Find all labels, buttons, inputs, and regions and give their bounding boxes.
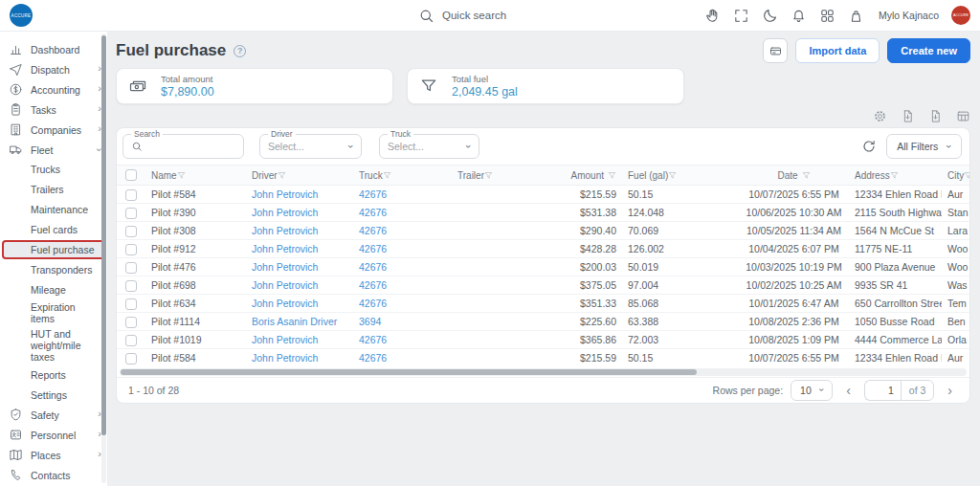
row-checkbox[interactable] [125,280,137,292]
previous-page-button[interactable]: ‹ [840,384,857,397]
truck-link[interactable]: 42676 [359,352,387,364]
truck-link[interactable]: 42676 [359,207,387,218]
table-row[interactable]: Pilot #390John Petrovich42676$531.38124.… [117,204,969,222]
next-page-button[interactable]: › [942,384,958,397]
filter-icon[interactable] [964,171,969,180]
column-header-truck[interactable]: Truck [353,166,452,186]
truck-link[interactable]: 42676 [359,243,387,254]
row-checkbox[interactable] [125,262,137,274]
avatar[interactable]: ACCURE [951,6,970,25]
bag-icon[interactable] [848,8,864,24]
row-checkbox[interactable] [125,208,137,219]
driver-link[interactable]: John Petrovich [252,261,318,273]
column-header-amount[interactable]: Amount [559,166,622,186]
apps-icon[interactable] [819,8,835,24]
sidebar-item-fleet[interactable]: Fleet› [0,140,107,160]
column-header-date[interactable]: Date [739,166,849,186]
row-checkbox[interactable] [125,244,137,255]
driver-link[interactable]: Boris Asanin Driver [252,316,337,327]
sidebar-item-transponders[interactable]: Transponders [0,259,107,279]
truck-select[interactable]: Truck Select... › [379,134,479,159]
sidebar-item-settings[interactable]: Settings [0,385,107,405]
row-checkbox[interactable] [125,189,137,201]
filter-icon[interactable] [668,171,677,180]
fullscreen-icon[interactable] [733,8,749,24]
driver-link[interactable]: John Petrovich [252,188,318,200]
filter-icon[interactable] [278,171,286,180]
truck-link[interactable]: 42676 [359,334,387,345]
column-header-trailer[interactable]: Trailer [452,166,559,186]
truck-link[interactable]: 42676 [359,298,387,309]
driver-link[interactable]: John Petrovich [252,225,318,236]
truck-link[interactable]: 42676 [359,261,387,273]
quick-search[interactable]: Quick search [418,8,562,24]
driver-link[interactable]: John Petrovich [252,279,318,291]
sidebar-item-hut-and-weight-mile-taxes[interactable]: HUT and weight/mile taxes [0,326,107,364]
sidebar-item-maintenance[interactable]: Maintenance [0,200,107,220]
table-row[interactable]: Pilot #476John Petrovich42676$200.0350.0… [117,258,969,276]
filter-icon[interactable] [798,171,811,180]
row-checkbox[interactable] [125,317,137,328]
create-new-button[interactable]: Create new [887,38,970,63]
hand-icon[interactable] [704,8,721,24]
sidebar-item-companies[interactable]: Companies› [0,120,107,140]
sidebar-item-dispatch[interactable]: Dispatch› [0,59,107,79]
settings-icon[interactable] [873,109,887,123]
row-checkbox[interactable] [125,335,137,346]
table-row[interactable]: Pilot #698John Petrovich42676$375.0597.0… [117,276,969,295]
column-header-address[interactable]: Address [849,166,942,186]
driver-link[interactable]: John Petrovich [252,352,318,364]
filter-icon[interactable] [604,171,616,180]
horizontal-scrollbar-thumb[interactable] [121,369,697,375]
sidebar-item-fuel-purchase[interactable]: Fuel purchase [2,240,105,259]
sidebar-item-trucks[interactable]: Trucks [0,160,107,180]
table-columns-icon[interactable] [956,109,970,123]
import-data-button[interactable]: Import data [795,38,880,63]
table-row[interactable]: Pilot #308John Petrovich42676$290.4070.0… [117,222,969,240]
sidebar-item-fuel-cards[interactable]: Fuel cards [0,220,107,240]
table-row[interactable]: Pilot #912John Petrovich42676$428.28126.… [117,240,969,258]
driver-link[interactable]: John Petrovich [252,207,318,218]
filter-icon[interactable] [484,171,493,180]
info-icon[interactable]: ? [234,45,246,57]
file-export-2-icon[interactable] [928,109,943,123]
sidebar-item-trailers[interactable]: Trailers [0,180,107,200]
sidebar-item-mileage[interactable]: Mileage [0,279,107,299]
sidebar-item-personnel[interactable]: Personnel› [0,425,107,445]
page-number-input[interactable]: 1 [864,380,901,401]
row-checkbox[interactable] [125,353,137,364]
bell-icon[interactable] [791,8,807,24]
row-checkbox[interactable] [125,298,137,310]
table-row[interactable]: Pilot #584John Petrovich42676$215.5950.1… [117,186,969,204]
app-logo[interactable]: ACCURE [10,4,33,27]
file-export-icon[interactable] [901,109,915,123]
column-header-driver[interactable]: Driver [246,166,353,186]
filter-icon[interactable] [177,171,186,180]
card-icon-button[interactable] [763,38,788,63]
sidebar-item-contacts[interactable]: Contacts [0,465,107,485]
sidebar-scrollbar-thumb[interactable] [101,35,106,435]
moon-icon[interactable] [762,8,778,24]
truck-link[interactable]: 42676 [359,188,387,200]
truck-link[interactable]: 42676 [359,279,387,291]
table-row[interactable]: Pilot #1114Boris Asanin Driver3694$225.6… [117,313,969,331]
all-filters-button[interactable]: All Filters › [886,134,962,159]
sidebar-item-expiration-items[interactable]: Expiration items [0,299,107,326]
truck-link[interactable]: 3694 [359,316,381,327]
rows-per-page-select[interactable]: 10 › [791,380,833,401]
search-input[interactable]: Search [122,134,244,159]
driver-select[interactable]: Driver Select... › [259,134,362,159]
column-header-fuel-gal[interactable]: Fuel (gal) [622,166,739,186]
truck-link[interactable]: 42676 [359,225,387,236]
driver-link[interactable]: John Petrovich [252,243,318,254]
refresh-icon[interactable] [861,139,877,154]
sidebar-item-places[interactable]: Places› [0,445,107,465]
sidebar-item-dashboard[interactable]: Dashboard [0,39,107,59]
table-row[interactable]: Pilot #1019John Petrovich42676$365.8672.… [117,331,969,349]
column-header-city[interactable]: City [942,166,969,186]
column-header-name[interactable]: Name [145,166,246,186]
select-all-checkbox[interactable] [125,169,137,181]
driver-link[interactable]: John Petrovich [252,298,318,309]
row-checkbox[interactable] [125,226,137,237]
table-row[interactable]: Pilot #634John Petrovich42676$351.3385.0… [117,295,969,313]
